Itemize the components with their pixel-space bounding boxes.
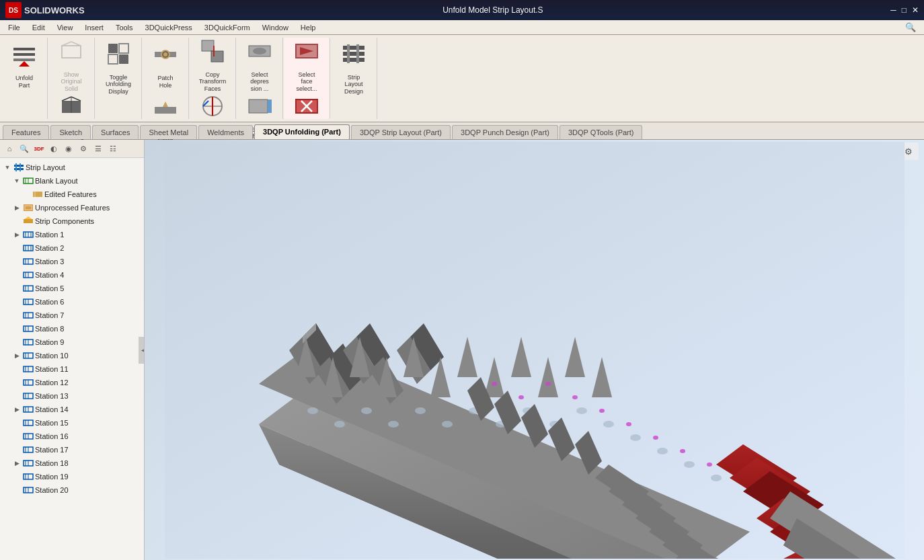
svg-point-185 [684,461,695,468]
tree-item-station-12[interactable]: ▶ Station 12 [0,376,144,389]
tree-item-station-17[interactable]: ▶ Station 17 [0,443,144,456]
tree-label-strip-components: Strip Components [35,217,94,225]
menu-insert[interactable]: Insert [79,22,109,33]
tree-expand-blank-layout[interactable]: ▼ [12,176,22,186]
menu-3dquickform[interactable]: 3DQuickForm [199,22,256,33]
menu-window[interactable]: Window [257,22,294,33]
strip-layout-design-label: StripLayoutDesign [344,74,363,95]
tree-item-station-14[interactable]: ▶ Station 14 [0,403,144,416]
model-svg [165,142,904,559]
panel-btn-config[interactable]: ⚙ [77,142,90,155]
toggle-unfold-button[interactable]: ToggleUnfoldingDisplay [98,39,139,98]
station-5-icon [23,283,34,294]
tree-item-station-6[interactable]: ▶ Station 6 [0,295,144,309]
tree-item-station-4[interactable]: ▶ Station 4 [0,268,144,282]
menu-view[interactable]: View [52,22,79,33]
svg-point-181 [576,407,587,414]
tree-label-edited-features: Edited Features [44,190,97,198]
tree-expand-station-10[interactable]: ▶ [12,351,22,360]
tab-surfaces[interactable]: Surfaces [92,125,139,139]
tree-item-blank-layout[interactable]: ▼ Blank Layout [0,174,144,188]
tab-weldments[interactable]: Weldments [198,125,253,139]
panel-btn-scene[interactable]: ◉ [62,142,75,155]
tree-item-strip-components[interactable]: ▶ Strip Components [0,214,144,228]
tree-expand-station-18[interactable]: ▶ [12,458,22,468]
minimize-button[interactable]: ─ [890,5,896,15]
tree-item-station-5[interactable]: ▶ Station 5 [0,282,144,295]
tree-item-strip-layout[interactable]: ▼ Strip Layout [0,161,144,174]
panel-collapse-button[interactable]: ◀ [139,337,145,364]
tree-item-edited-features[interactable]: ▶ Edited Features [0,188,144,201]
tree-item-station-8[interactable]: ▶ Station 8 [0,322,144,335]
menu-file[interactable]: File [3,22,26,33]
patch-hole-icon [153,42,178,72]
app-name: SOLIDWORKS [24,5,85,15]
svg-point-204 [707,463,712,467]
tab-3dqp-punch-design[interactable]: 3DQP Punch Design (Part) [452,125,558,139]
tree-item-station-20[interactable]: ▶ Station 20 [0,483,144,497]
copy-transform-button[interactable]: CopyTransformFaces [192,39,233,93]
patch-hole-button[interactable]: PatchHole [145,39,186,93]
tree-item-station-11[interactable]: ▶ Station 11 [0,362,144,376]
menu-tools[interactable]: Tools [110,22,139,33]
tree-item-station-10[interactable]: ▶ Station 10 [0,349,144,362]
menu-help[interactable]: Help [295,22,321,33]
tree-label-station-5: Station 5 [35,284,64,292]
svg-rect-43 [356,44,359,63]
left-panel: ⌂ 🔍 3DF ◐ ◉ ⚙ ☰ ☷ ▼ Stri [0,140,145,560]
tree-expand-unprocessed[interactable]: ▶ [12,203,22,212]
transform-world-icon [200,94,225,124]
tree-expand-strip-layout[interactable]: ▼ [3,163,12,172]
select-depression-button[interactable]: Selectdepression ... [239,39,280,93]
tree-item-station-9[interactable]: ▶ Station 9 [0,335,144,349]
unprocessed-icon [23,202,34,213]
svg-rect-12 [119,44,128,53]
search-icon[interactable]: 🔍 [905,22,916,32]
toolbar-group-show: ShowOriginalSolid ShowUnfoldingModel [48,38,95,119]
tab-3dqp-unfolding[interactable]: 3DQP Unfolding (Part) [254,124,350,139]
tree-item-station-15[interactable]: ▶ Station 15 [0,416,144,430]
select-face-select-button[interactable]: Selectfaceselect... [286,39,327,93]
show-original-solid-button[interactable]: ShowOriginalSolid [51,39,91,93]
panel-btn-extra[interactable]: ☷ [106,142,120,155]
close-button[interactable]: ✕ [912,5,919,15]
tree-item-station-18[interactable]: ▶ Station 18 [0,456,144,470]
viewport[interactable]: ↺ ⚙ [145,140,924,560]
panel-btn-custom[interactable]: ☰ [91,142,105,155]
tab-3dqp-strip-layout[interactable]: 3DQP Strip Layout (Part) [351,125,451,139]
tree-item-station-16[interactable]: ▶ Station 16 [0,430,144,443]
tab-3dqp-qtools[interactable]: 3DQP QTools (Part) [560,125,643,139]
panel-btn-search[interactable]: 🔍 [17,142,31,155]
menu-bar: File Edit View Insert Tools 3DQuickPress… [0,20,924,35]
toolbar: UnfoldPart ShowOriginalSolid [0,35,924,122]
tree-label-station-14: Station 14 [35,405,69,413]
panel-toolbar: ⌂ 🔍 3DF ◐ ◉ ⚙ ☰ ☷ [0,140,144,158]
menu-edit[interactable]: Edit [27,22,50,33]
tree-item-station-7[interactable]: ▶ Station 7 [0,309,144,322]
tree-item-station-19[interactable]: ▶ Station 19 [0,470,144,483]
strip-layout-design-button[interactable]: StripLayoutDesign [334,39,374,98]
tabs-bar: Features Sketch Surfaces Sheet Metal Wel… [0,122,924,140]
unfold-part-button[interactable]: UnfoldPart [4,39,44,93]
tab-sheet-metal[interactable]: Sheet Metal [140,125,197,139]
tree-item-station-13[interactable]: ▶ Station 13 [0,389,144,403]
station-3-icon [23,256,34,267]
tree-expand-station-1[interactable]: ▶ [12,230,22,239]
menu-3dquickpress[interactable]: 3DQuickPress [140,22,198,33]
panel-btn-3d[interactable]: 3DF [32,142,46,155]
panel-btn-display[interactable]: ◐ [47,142,61,155]
tree-item-station-3[interactable]: ▶ Station 3 [0,255,144,268]
panel-btn-home[interactable]: ⌂ [3,142,16,155]
tab-sketch[interactable]: Sketch [50,125,91,139]
tree-item-station-1[interactable]: ▶ Station 1 [0,228,144,241]
tree-item-station-2[interactable]: ▶ Station 2 [0,241,144,255]
tree-label-station-1: Station 1 [35,231,64,239]
station-7-icon [23,310,34,321]
tab-features[interactable]: Features [3,125,49,139]
toggle-unfold-label: ToggleUnfoldingDisplay [106,74,131,95]
tree-label-station-19: Station 19 [35,473,69,481]
svg-point-196 [492,382,497,386]
tree-item-unprocessed[interactable]: ▶ Unprocessed Features [0,201,144,214]
tree-expand-station-14[interactable]: ▶ [12,405,22,414]
maximize-button[interactable]: □ [902,5,907,15]
